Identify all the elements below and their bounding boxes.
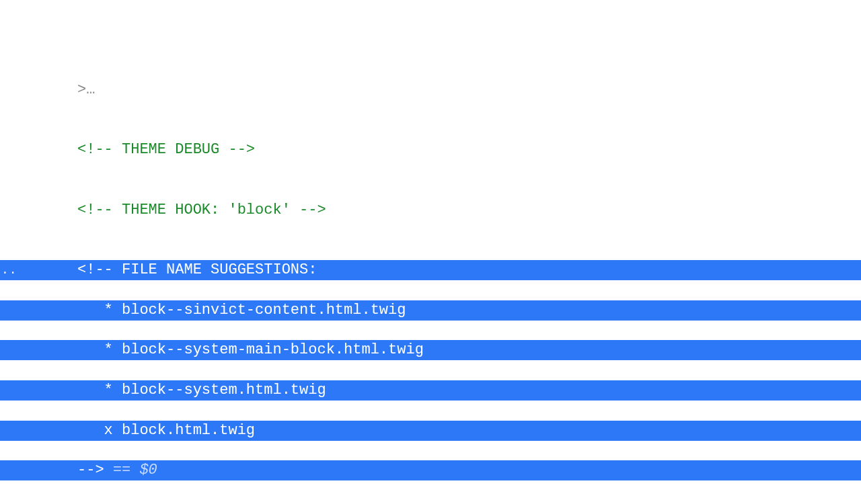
selected-comment-line[interactable]: * block--system-main-block.html.twig [0, 340, 861, 360]
console-var: $0 [139, 462, 157, 478]
selected-comment-line[interactable]: ..<!-- FILE NAME SUGGESTIONS: [0, 260, 861, 280]
selected-comment-line[interactable]: --> == $0 [0, 460, 861, 480]
gutter-dots-icon: .. [1, 262, 17, 278]
selected-comment-line[interactable]: x block.html.twig [0, 421, 861, 441]
comment-line[interactable]: <!-- THEME HOOK: 'block' --> [0, 200, 861, 220]
code-line[interactable]: >… [0, 80, 861, 100]
selected-comment-line[interactable]: * block--sinvict-content.html.twig [0, 300, 861, 321]
collapsed-node: >… [77, 81, 95, 98]
comment-line[interactable]: <!-- THEME DEBUG --> [0, 140, 861, 160]
selected-comment-line[interactable]: * block--system.html.twig [0, 380, 861, 401]
